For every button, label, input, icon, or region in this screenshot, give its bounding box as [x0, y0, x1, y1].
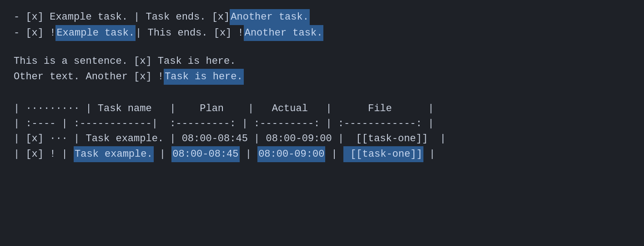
line-3: This is a sentence. [x] Task is here.	[14, 54, 630, 69]
line-2: - [x] ! Example task. | This ends. [x] !…	[14, 25, 630, 41]
code-display: - [x] Example task. | Task ends. [x] Ano…	[14, 9, 630, 162]
table-data-row-1: | [x] ··· | Task example. | 08:00-08:45 …	[14, 131, 630, 146]
table-row1-content: | [x] ··· | Task example. | 08:00-08:45 …	[14, 131, 446, 146]
line1-highlight: Another task.	[230, 9, 310, 25]
line-1: - [x] Example task. | Task ends. [x] Ano…	[14, 9, 630, 25]
table-header-row: | ········· | Task name | Plan | Actual …	[14, 101, 630, 116]
spacer-1	[14, 41, 630, 54]
line2-prefix: - [x] !	[14, 26, 55, 41]
line-4: Other text. Another [x] ! Task is here.	[14, 69, 630, 85]
line4-highlight: Task is here.	[164, 69, 244, 85]
line2-h1: Example task.	[55, 25, 136, 41]
table-section: | ········· | Task name | Plan | Actual …	[14, 101, 630, 162]
table-row2-sep2: |	[240, 147, 258, 162]
line2-mid: | This ends. [x] !	[136, 26, 244, 41]
line1-prefix: - [x] Example task. | Task ends. [x]	[14, 10, 230, 25]
table-row2-task-h: Task example.	[74, 146, 154, 162]
table-row2-prefix: | [x] ! |	[14, 147, 74, 162]
table-row2-sep1: |	[154, 147, 172, 162]
table-data-row-2: | [x] ! | Task example. | 08:00-08:45 | …	[14, 146, 630, 162]
table-row2-actual-h: 08:00-09:00	[257, 146, 325, 162]
table-row2-sep3: |	[325, 147, 343, 162]
table-header-dots: | ········· | Task name | Plan | Actual …	[14, 101, 434, 116]
table-separator-row: | :---- | :------------| :---------: | :…	[14, 116, 630, 131]
line2-h2: Another task.	[244, 25, 324, 41]
spacer-2	[14, 85, 630, 97]
table-row2-plan-h: 08:00-08:45	[171, 146, 239, 162]
table-separator: | :---- | :------------| :---------: | :…	[14, 116, 434, 131]
table-row2-end: |	[423, 147, 435, 162]
line4-prefix: Other text. Another [x] !	[14, 69, 164, 84]
line3-full: This is a sentence. [x] Task is here.	[14, 54, 236, 69]
table-row2-file-h: [[task-one]]	[343, 146, 423, 162]
